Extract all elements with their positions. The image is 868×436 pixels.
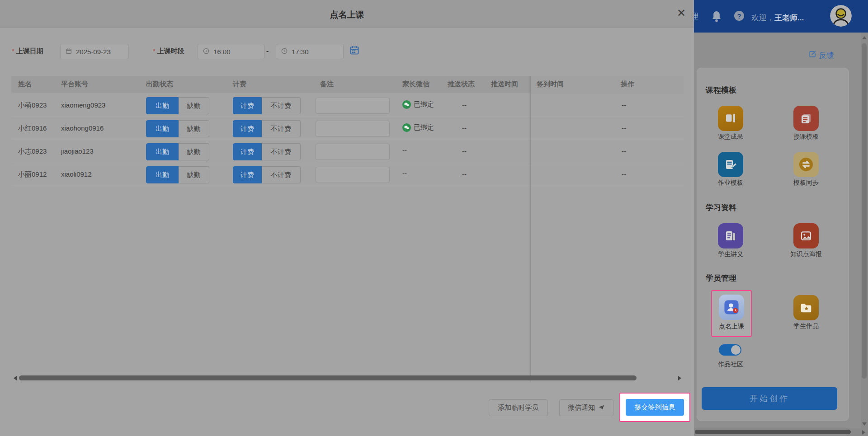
vertical-scrollbar[interactable] — [861, 33, 868, 428]
toggle-knob — [731, 345, 741, 355]
scroll-up-arrow[interactable] — [862, 36, 867, 39]
classroom-results-icon[interactable] — [718, 106, 743, 131]
no-charge-button[interactable]: 不计费 — [262, 97, 301, 114]
scroll-down-arrow[interactable] — [862, 422, 867, 426]
student-handout-icon[interactable] — [718, 223, 743, 248]
avatar[interactable] — [830, 5, 852, 27]
roll-call-label: 点名上课 — [707, 323, 756, 331]
billing-toggle: 计费 不计费 — [233, 166, 301, 183]
student-works-icon[interactable] — [793, 295, 819, 320]
community-toggle[interactable] — [719, 344, 741, 356]
section-student-management: 学员管理 — [706, 273, 736, 283]
absent-button[interactable]: 缺勤 — [179, 166, 209, 183]
dialog-header: 点名上课 ✕ — [0, 0, 694, 28]
student-name: 小志0923 — [18, 147, 47, 156]
remark-input[interactable] — [316, 121, 390, 137]
submit-signin-button[interactable]: 提交签到信息 — [626, 399, 684, 416]
charge-button[interactable]: 计费 — [233, 143, 262, 160]
roll-call-highlight[interactable]: 点名上课 — [711, 290, 752, 337]
present-button[interactable]: 出勤 — [146, 166, 179, 183]
date-label: *上课日期 — [12, 47, 43, 56]
present-button[interactable]: 出勤 — [146, 97, 179, 114]
remark-input[interactable] — [316, 144, 390, 160]
template-sync-label: 模板同步 — [781, 179, 831, 187]
operation-cell: -- — [622, 124, 626, 132]
charge-button[interactable]: 计费 — [233, 97, 262, 114]
table-scroll-thumb[interactable] — [19, 375, 637, 380]
start-create-button[interactable]: 开始创作 — [702, 387, 837, 410]
fixed-column-divider — [530, 76, 531, 382]
vertical-scroll-thumb[interactable] — [862, 43, 867, 379]
billing-toggle: 计费 不计费 — [233, 120, 301, 137]
absent-button[interactable]: 缺勤 — [179, 143, 209, 160]
operation-cell: -- — [622, 170, 626, 178]
page-hscroll-thumb[interactable] — [695, 430, 851, 434]
student-handout-label: 学生讲义 — [706, 250, 755, 258]
remark-input[interactable] — [316, 98, 390, 114]
attendance-toggle: 出勤 缺勤 — [146, 166, 209, 183]
homework-template-icon[interactable] — [718, 152, 743, 177]
roll-call-dialog: 点名上课 ✕ *上课日期 2025-09-23 *上课时段 — [0, 0, 694, 436]
no-charge-button[interactable]: 不计费 — [262, 143, 301, 160]
remark-input[interactable] — [316, 167, 390, 183]
calendar-icon — [65, 47, 72, 56]
paper-plane-icon — [598, 404, 605, 412]
attendance-table: 姓名 平台账号 出勤状态 计费 备注 家长微信 推送状态 推送时间 签到时间 操… — [11, 76, 684, 382]
parent-wechat-status: -- — [402, 169, 407, 177]
absent-button[interactable]: 缺勤 — [179, 120, 209, 137]
charge-button[interactable]: 计费 — [233, 166, 262, 183]
close-icon[interactable]: ✕ — [677, 8, 686, 19]
no-charge-button[interactable]: 不计费 — [262, 166, 301, 183]
parent-wechat-status: 已绑定 — [402, 100, 434, 109]
wechat-notify-button[interactable]: 微信通知 — [559, 399, 613, 416]
push-status: -- — [462, 170, 467, 178]
table-row: 小丽0912 xiaoli0912 出勤 缺勤 计费 不计费 -- -- -- — [11, 163, 684, 186]
col-billing: 计费 — [233, 80, 246, 89]
student-name: 小丽0912 — [18, 170, 47, 179]
table-scroll-left-arrow[interactable] — [14, 376, 17, 380]
platform-account: xiaomeng0923 — [61, 101, 105, 109]
platform-account: jiaojiao123 — [61, 147, 94, 155]
attendance-toggle: 出勤 缺勤 — [146, 120, 209, 137]
time-start-input[interactable]: 16:00 — [198, 44, 264, 59]
teaching-template-icon[interactable] — [793, 106, 819, 131]
submit-highlight: 提交签到信息 — [619, 393, 690, 422]
present-button[interactable]: 出勤 — [146, 120, 179, 137]
present-button[interactable]: 出勤 — [146, 143, 179, 160]
screen: 理 ? 欢迎，王老师... 反馈 课程模板 — [0, 0, 868, 436]
class-date-input[interactable]: 2025-09-23 — [60, 44, 129, 59]
push-status: -- — [462, 101, 467, 109]
col-operation: 操作 — [621, 80, 634, 89]
knowledge-poster-icon[interactable] — [793, 223, 819, 248]
schedule-calendar-icon[interactable] — [349, 45, 360, 56]
billing-toggle: 计费 不计费 — [233, 97, 301, 114]
welcome-text: 欢迎，王老师... — [751, 13, 804, 23]
charge-button[interactable]: 计费 — [233, 120, 262, 137]
no-charge-button[interactable]: 不计费 — [262, 120, 301, 137]
table-row: 小志0923 jiaojiao123 出勤 缺勤 计费 不计费 -- -- -- — [11, 140, 684, 163]
dialog-title: 点名上课 — [0, 9, 694, 21]
classroom-results-label: 课堂成果 — [706, 133, 755, 141]
add-temp-student-button[interactable]: 添加临时学员 — [489, 399, 548, 416]
section-course-templates: 课程模板 — [706, 85, 736, 95]
billing-toggle: 计费 不计费 — [233, 143, 301, 160]
page-scroll-right-arrow[interactable] — [862, 430, 865, 435]
table-scroll-right-arrow[interactable] — [678, 376, 681, 380]
help-icon[interactable]: ? — [734, 11, 744, 21]
table-row: 小红0916 xiaohong0916 出勤 缺勤 计费 不计费 已绑定 — [11, 117, 684, 140]
platform-account: xiaoli0912 — [61, 170, 92, 178]
page-horizontal-scrollbar[interactable] — [694, 428, 868, 436]
community-toggle-label: 作品社区 — [706, 361, 755, 369]
col-parent-wechat: 家长微信 — [402, 80, 429, 89]
table-horizontal-scrollbar[interactable] — [11, 374, 684, 382]
wechat-icon — [402, 123, 411, 132]
parent-wechat-status: -- — [402, 146, 407, 154]
homework-template-label: 作业模板 — [706, 179, 755, 187]
feedback-link[interactable]: 反馈 — [808, 50, 834, 61]
time-end-input[interactable]: 17:30 — [276, 44, 344, 59]
absent-button[interactable]: 缺勤 — [179, 97, 209, 114]
template-sync-icon[interactable] — [793, 152, 819, 177]
notification-bell-icon[interactable] — [711, 10, 722, 23]
push-status: -- — [462, 147, 467, 155]
edit-icon — [808, 50, 817, 61]
